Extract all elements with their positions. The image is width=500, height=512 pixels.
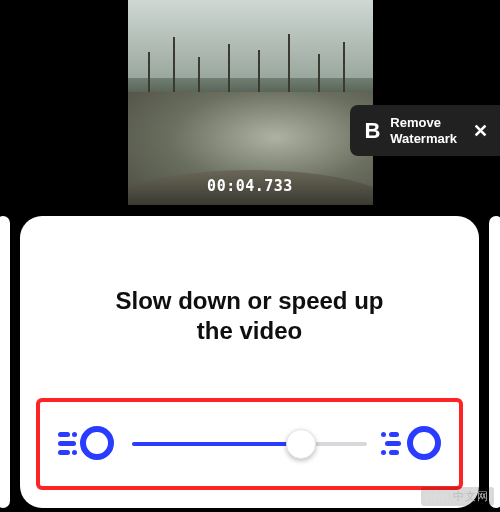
remove-watermark-line1: Remove [390,115,457,131]
slider-thumb[interactable] [286,429,316,459]
motion-line [381,450,386,455]
remove-watermark-banner[interactable]: B Remove Watermark ✕ [350,105,500,156]
app-logo-icon: B [364,120,380,142]
motion-line [389,432,399,437]
speed-ring-icon [80,426,114,460]
close-icon[interactable]: ✕ [473,120,488,142]
video-detail [198,57,200,92]
video-timestamp: 00:04.733 [207,177,293,195]
tool-carousel[interactable]: Slow down or speed up the video [0,210,500,512]
video-frame[interactable] [128,0,373,205]
motion-line [389,450,399,455]
speed-card-title: Slow down or speed up the video [38,238,461,346]
motion-line [385,441,401,446]
slow-speed-icon[interactable] [58,426,114,462]
motion-line [58,450,70,455]
video-detail [258,50,260,92]
video-preview-area: B Remove Watermark ✕ 00:04.733 [0,0,500,205]
motion-line [58,432,70,437]
video-detail [288,34,290,92]
speed-slider-highlight-box [36,398,463,490]
speed-ring-icon [407,426,441,460]
video-detail [148,52,150,92]
video-sky [128,0,373,78]
speed-slider[interactable] [132,428,367,460]
slider-track-fill [132,442,301,446]
remove-watermark-line2: Watermark [390,131,457,147]
video-detail [173,37,175,92]
prev-card-peek[interactable] [0,216,10,508]
site-watermark-brand: php [426,490,449,502]
video-detail [343,42,345,92]
video-detail [228,44,230,92]
video-detail [318,54,320,92]
motion-line [381,432,386,437]
site-watermark: php中文网 [421,487,494,506]
site-watermark-text: 中文网 [453,490,489,502]
next-card-peek[interactable] [489,216,500,508]
motion-line [72,432,77,437]
motion-line [58,441,76,446]
remove-watermark-label: Remove Watermark [390,115,457,146]
speed-tool-card: Slow down or speed up the video [20,216,479,508]
title-line-2: the video [48,316,451,346]
title-line-1: Slow down or speed up [48,286,451,316]
fast-speed-icon[interactable] [385,426,441,462]
motion-line [72,450,77,455]
